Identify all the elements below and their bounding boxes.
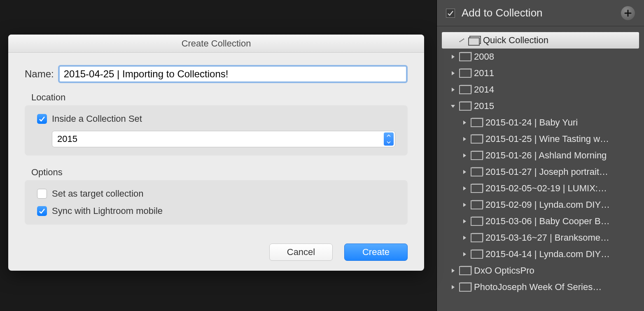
- cancel-button[interactable]: Cancel: [269, 244, 333, 261]
- svg-marker-12: [463, 186, 466, 190]
- chevron-down-icon[interactable]: [450, 104, 456, 109]
- dialog-title: Create Collection: [8, 35, 424, 53]
- collection-label: 2015-01-26 | Ashland Morning: [485, 150, 607, 161]
- chevron-right-icon[interactable]: [462, 169, 467, 174]
- collection-set-icon: [471, 167, 482, 176]
- collection-tree-item[interactable]: 2008: [442, 49, 639, 65]
- svg-marker-13: [463, 203, 466, 207]
- chevron-right-icon[interactable]: [462, 235, 467, 240]
- collection-tree-item[interactable]: 2015: [442, 98, 639, 114]
- svg-point-2: [462, 39, 463, 41]
- collection-set-icon: [459, 52, 471, 61]
- collection-label: 2014: [474, 84, 494, 95]
- collection-tree-item[interactable]: 2015-01-25 | Wine Tasting w…: [442, 131, 639, 147]
- svg-marker-15: [463, 236, 466, 240]
- collection-label: 2011: [474, 68, 494, 79]
- panel-header: Add to Collection: [437, 0, 644, 26]
- collections-tree[interactable]: Quick Collection20082011201420152015-01-…: [437, 26, 644, 311]
- collection-label: 2015-03-16~27 | Branksome…: [485, 232, 609, 243]
- options-section-label: Options: [31, 167, 408, 178]
- collection-label: 2008: [474, 51, 494, 62]
- sync-indicator-icon: [459, 37, 465, 43]
- collection-tree-item[interactable]: 2015-03-06 | Baby Cooper B…: [442, 213, 639, 230]
- collection-set-icon: [471, 250, 482, 259]
- target-collection-label: Set as target collection: [52, 188, 144, 199]
- collection-set-icon: [471, 233, 482, 242]
- svg-marker-14: [463, 219, 466, 223]
- collection-tree-item[interactable]: 2015-01-27 | Joseph portrait…: [442, 164, 639, 180]
- svg-point-0: [460, 41, 461, 42]
- collection-label: Quick Collection: [483, 35, 548, 46]
- select-stepper-icon: [384, 132, 394, 146]
- collection-set-select[interactable]: 2015: [52, 131, 395, 147]
- collection-set-icon: [471, 118, 482, 127]
- chevron-right-icon[interactable]: [450, 54, 456, 59]
- inside-set-checkbox[interactable]: [37, 114, 47, 124]
- main-area: Create Collection Name: Location Inside …: [0, 0, 436, 311]
- chevron-right-icon[interactable]: [450, 268, 456, 273]
- collection-tree-item[interactable]: 2015-03-16~27 | Branksome…: [442, 230, 639, 246]
- add-collection-button[interactable]: [621, 6, 635, 20]
- collection-set-icon: [459, 85, 471, 94]
- location-section: Inside a Collection Set 2015: [25, 105, 408, 156]
- collection-set-value: 2015: [57, 134, 77, 144]
- collections-panel: Add to Collection Quick Collection200820…: [436, 0, 644, 311]
- location-section-label: Location: [31, 92, 408, 103]
- collection-tree-item[interactable]: Quick Collection: [442, 32, 639, 49]
- plus-icon: [624, 9, 632, 17]
- collection-label: 2015-01-24 | Baby Yuri: [485, 117, 578, 128]
- chevron-right-icon[interactable]: [462, 120, 467, 125]
- svg-marker-8: [463, 121, 466, 125]
- svg-marker-5: [452, 71, 455, 75]
- collection-label: 2015-02-05~02-19 | LUMIX:…: [485, 183, 607, 194]
- svg-marker-11: [463, 170, 466, 174]
- collection-tree-item[interactable]: 2015-01-24 | Baby Yuri: [442, 114, 639, 131]
- create-collection-dialog: Create Collection Name: Location Inside …: [8, 35, 424, 271]
- collection-label: PhotoJoseph Week Of Series…: [474, 282, 602, 292]
- collection-tree-item[interactable]: DxO OpticsPro: [442, 262, 639, 279]
- chevron-right-icon[interactable]: [450, 71, 456, 76]
- svg-marker-16: [463, 252, 466, 256]
- collection-label: 2015-01-27 | Joseph portrait…: [485, 167, 608, 177]
- collection-tree-item[interactable]: 2011: [442, 65, 639, 81]
- collection-tree-item[interactable]: 2014: [442, 81, 639, 98]
- collection-set-icon: [459, 102, 471, 111]
- add-to-collection-checkbox[interactable]: [446, 9, 455, 18]
- panel-title: Add to Collection: [462, 7, 614, 19]
- chevron-right-icon[interactable]: [462, 252, 467, 257]
- chevron-right-icon[interactable]: [462, 153, 467, 158]
- collection-label: 2015-04-14 | Lynda.com DIY…: [485, 249, 610, 260]
- chevron-right-icon[interactable]: [462, 202, 467, 207]
- collection-tree-item[interactable]: 2015-02-05~02-19 | LUMIX:…: [442, 180, 639, 197]
- collection-label: 2015-01-25 | Wine Tasting w…: [485, 134, 609, 144]
- collection-set-icon: [459, 283, 471, 292]
- collection-tree-item[interactable]: 2015-04-14 | Lynda.com DIY…: [442, 246, 639, 262]
- svg-marker-7: [451, 105, 455, 108]
- chevron-right-icon[interactable]: [450, 87, 456, 92]
- collection-name-input[interactable]: [60, 67, 406, 81]
- collection-tree-item[interactable]: 2015-02-09 | Lynda.com DIY…: [442, 197, 639, 213]
- sync-mobile-checkbox[interactable]: [37, 206, 47, 216]
- target-collection-checkbox[interactable]: [37, 189, 47, 199]
- name-input-wrap: [58, 65, 408, 83]
- collection-label: DxO OpticsPro: [474, 265, 534, 276]
- chevron-right-icon[interactable]: [462, 137, 467, 142]
- collection-set-icon: [471, 151, 482, 160]
- collection-tree-item[interactable]: PhotoJoseph Week Of Series…: [442, 279, 639, 295]
- svg-marker-18: [452, 285, 455, 289]
- chevron-right-icon[interactable]: [462, 186, 467, 191]
- options-section: Set as target collection Sync with Light…: [25, 180, 408, 225]
- collection-set-icon: [471, 135, 482, 144]
- collection-set-icon: [471, 184, 482, 193]
- create-button[interactable]: Create: [344, 244, 408, 261]
- chevron-right-icon[interactable]: [450, 285, 456, 290]
- collection-label: 2015-03-06 | Baby Cooper B…: [485, 216, 610, 227]
- collection-set-icon: [471, 217, 482, 226]
- inside-set-label: Inside a Collection Set: [52, 114, 142, 124]
- collection-set-icon: [459, 69, 471, 78]
- collection-icon: [468, 36, 480, 45]
- chevron-right-icon[interactable]: [462, 219, 467, 224]
- sync-mobile-label: Sync with Lightroom mobile: [52, 206, 163, 216]
- collection-tree-item[interactable]: 2015-01-26 | Ashland Morning: [442, 147, 639, 164]
- svg-point-3: [463, 39, 464, 40]
